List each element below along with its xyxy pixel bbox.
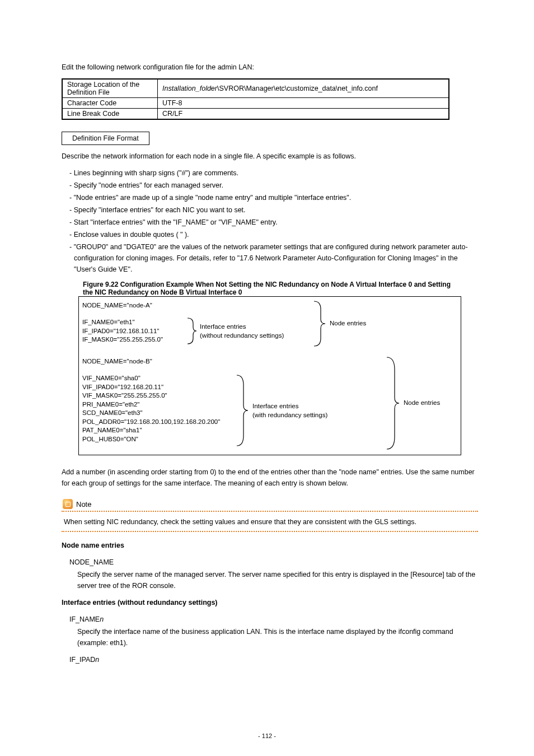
fig-label-if-without: Interface entries (without redundancy se…: [200, 323, 284, 340]
file-format-list: - Lines beginning with sharp signs ("#")…: [69, 167, 478, 275]
list-item: - "Node entries" are made up of a single…: [69, 192, 478, 203]
fig-line: POL_HUBS0="ON": [82, 435, 220, 444]
file-format-heading-box: Definition File Format: [62, 132, 149, 145]
after-figure-paragraph: Add a number (in ascending order startin…: [62, 466, 478, 489]
table-row: Character Code UTF-8: [63, 98, 449, 109]
fig-line: VIF_NAME0="sha0": [82, 374, 220, 383]
config-file-table: Storage Location of theDefinition File I…: [62, 78, 449, 120]
fig-line: PAT_NAME0="sha1": [82, 426, 220, 435]
cell-value: Installation_folder\SVROR\Manager\etc\cu…: [158, 80, 449, 98]
cell-value: UTF-8: [158, 98, 449, 109]
brace-icon: [236, 374, 249, 447]
fig-line: POL_ADDR0="192.168.20.100,192.168.20.200…: [82, 418, 220, 427]
cell-label: Line Break Code: [63, 109, 158, 119]
table-row: Line Break Code CR/LF: [63, 109, 449, 119]
fig-line: IF_MASK0="255.255.255.0": [82, 335, 163, 344]
note-label: Note: [76, 500, 91, 508]
fig-line: IF_IPAD0="192.168.10.11": [82, 327, 163, 336]
divider-dots: [62, 511, 478, 512]
fig-label-node-entries-b: Node entries: [404, 399, 440, 408]
list-item: - Specify "interface entries" for each N…: [69, 204, 478, 216]
node-name-entry-body: Specify the server name of the managed s…: [77, 569, 478, 591]
node-name-entry-heading: NODE_NAME: [69, 557, 478, 568]
cell-label: Storage Location of theDefinition File: [63, 80, 158, 98]
figure-image: NODE_NAME="node-A" IF_NAME0="eth1" IF_IP…: [78, 296, 461, 455]
fig-line: IF_NAME0="eth1": [82, 318, 163, 327]
note-icon: [63, 499, 73, 509]
brace-icon: [186, 317, 198, 345]
file-format-desc: Describe the network information for eac…: [62, 151, 478, 162]
fig-line: VIF_IPAD0="192.168.20.11": [82, 383, 220, 392]
fig-node-a-name: NODE_NAME="node-A": [82, 301, 152, 310]
fig-node-b-name: NODE_NAME="node-B": [82, 357, 152, 366]
cell-value: CR/LF: [158, 109, 449, 119]
note-body: When setting NIC redundancy, check the s…: [62, 516, 478, 528]
fig-line: SCD_NAME0="eth3": [82, 409, 220, 418]
note-block: Note When setting NIC redundancy, check …: [62, 499, 478, 532]
intro-paragraph: Edit the following network configuration…: [62, 62, 478, 73]
node-name-heading: Node name entries: [62, 540, 478, 551]
list-item: - Specify "node entries" for each manage…: [69, 180, 478, 191]
fig-node-a-if: IF_NAME0="eth1" IF_IPAD0="192.168.10.11"…: [82, 318, 163, 344]
file-format-heading: Definition File Format: [72, 134, 139, 142]
fig-node-b-vif: VIF_NAME0="sha0" VIF_IPAD0="192.168.20.1…: [82, 374, 220, 444]
fig-line: PRI_NAME0="eth2": [82, 400, 220, 409]
divider-dots: [62, 531, 478, 532]
cell-label: Character Code: [63, 98, 158, 109]
table-row: Storage Location of theDefinition File I…: [63, 80, 449, 98]
brace-icon: [313, 300, 326, 347]
list-item: - Start "interface entries" with the "IF…: [69, 217, 478, 228]
brace-icon: [386, 356, 400, 450]
figure-caption: Figure 9.22 Configuration Example When N…: [83, 281, 461, 296]
fig-label-if-with: Interface entries (with redundancy setti…: [252, 402, 327, 419]
if-name-heading: IF_NAMEn: [69, 614, 478, 625]
list-item: - Enclose values in double quotes ( " ).: [69, 229, 478, 240]
fig-label-node-entries: Node entries: [330, 319, 366, 328]
figure-block: Figure 9.22 Configuration Example When N…: [78, 281, 461, 455]
if-ipad-heading: IF_IPADn: [69, 654, 478, 665]
interface-heading: Interface entries (without redundancy se…: [62, 597, 478, 608]
if-name-body: Specify the interface name of the busine…: [77, 626, 478, 648]
page-number: - 112 -: [258, 732, 276, 739]
fig-line: VIF_MASK0="255.255.255.0": [82, 391, 220, 400]
list-item: - Lines beginning with sharp signs ("#")…: [69, 167, 478, 179]
list-item: - "GROUP0" and "DGATE0" are the values o…: [69, 241, 478, 275]
